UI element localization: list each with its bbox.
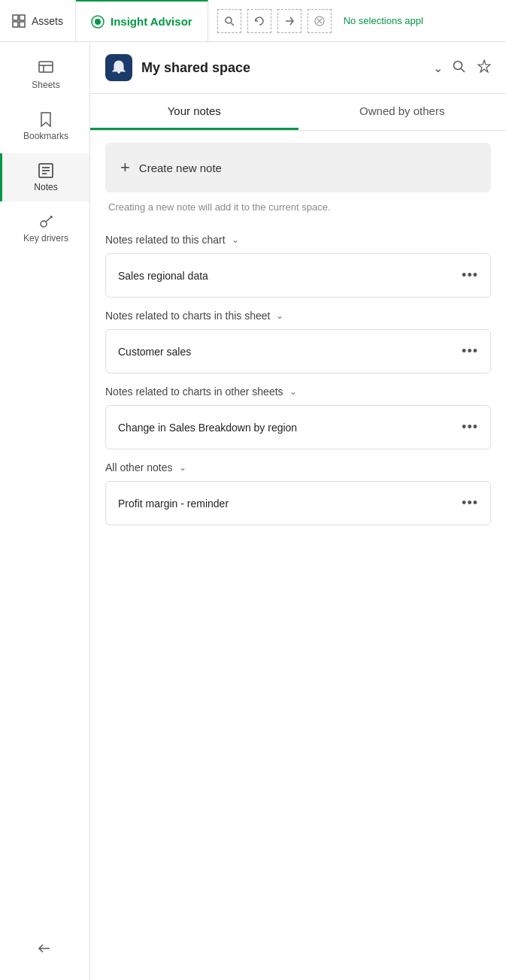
space-header: My shared space ⌄ <box>90 42 506 94</box>
sidebar: Sheets Bookmarks Notes <box>0 42 90 980</box>
tab-owned-by-others[interactable]: Owned by others <box>298 94 507 130</box>
notes-icon <box>38 162 54 179</box>
note-item-sales-breakdown[interactable]: Change in Sales Breakdown by region ••• <box>105 405 491 449</box>
note-menu-btn[interactable]: ••• <box>462 495 478 511</box>
section-header-related-sheet[interactable]: Notes related to charts in this sheet ⌄ <box>105 310 491 322</box>
sidebar-item-key-drivers[interactable]: Key drivers <box>0 204 89 253</box>
share-icon <box>284 16 295 26</box>
bookmarks-icon <box>38 111 54 128</box>
space-icon <box>105 54 132 81</box>
key-drivers-icon <box>38 213 54 230</box>
create-note-label: Create new note <box>139 162 222 174</box>
note-title: Sales regional data <box>118 270 208 282</box>
svg-rect-2 <box>13 22 18 27</box>
svg-rect-3 <box>20 22 25 27</box>
svg-line-7 <box>231 23 234 26</box>
space-name: My shared space <box>141 60 424 76</box>
clear-icon <box>314 16 325 26</box>
note-title: Profit margin - reminder <box>118 498 229 510</box>
refresh-action-btn[interactable] <box>247 9 271 33</box>
tab-your-notes[interactable]: Your notes <box>90 94 298 130</box>
svg-point-6 <box>226 17 232 23</box>
sheets-icon <box>38 60 54 77</box>
svg-rect-1 <box>20 15 25 20</box>
assets-tab[interactable]: Assets <box>0 0 76 41</box>
sidebar-collapse[interactable] <box>26 929 65 971</box>
sidebar-item-notes[interactable]: Notes <box>0 153 89 201</box>
assets-icon <box>12 14 26 28</box>
note-item-profit-margin[interactable]: Profit margin - reminder ••• <box>105 481 491 525</box>
notes-content: + Create new note Creating a new note wi… <box>90 131 506 980</box>
chevron-down-icon: ⌄ <box>179 462 186 473</box>
insight-advisor-tab[interactable]: Insight Advisor <box>76 0 208 41</box>
search-space-icon <box>452 59 465 73</box>
svg-rect-12 <box>39 62 53 72</box>
notes-tabs: Your notes Owned by others <box>90 94 506 131</box>
note-title: Change in Sales Breakdown by region <box>118 422 297 434</box>
create-note-button[interactable]: + Create new note <box>105 143 491 192</box>
insight-advisor-label: Insight Advisor <box>111 15 192 28</box>
insight-icon <box>91 15 105 29</box>
svg-point-19 <box>41 221 47 227</box>
notes-label: Notes <box>34 182 57 192</box>
svg-rect-0 <box>13 15 18 20</box>
sidebar-items: Sheets Bookmarks Notes <box>0 51 89 253</box>
refresh-icon <box>254 16 265 26</box>
space-actions <box>452 59 491 77</box>
note-menu-btn[interactable]: ••• <box>462 419 478 435</box>
svg-line-20 <box>46 216 52 222</box>
note-menu-btn[interactable]: ••• <box>462 343 478 359</box>
section-label-all-other: All other notes <box>105 461 173 473</box>
collapse-icon <box>38 941 53 956</box>
create-note-hint: Creating a new note will add it to the c… <box>105 195 491 219</box>
toolbar-actions: No selections appl <box>208 9 506 33</box>
section-label-related-chart: Notes related to this chart <box>105 234 226 246</box>
top-bar: Assets Insight Advisor <box>0 0 506 42</box>
main-layout: Sheets Bookmarks Notes <box>0 42 506 980</box>
chevron-down-icon: ⌄ <box>289 386 297 397</box>
no-selections-status: No selections appl <box>338 15 429 26</box>
search-action-btn[interactable] <box>217 9 241 33</box>
share-action-btn[interactable] <box>277 9 301 33</box>
svg-point-26 <box>454 61 462 69</box>
note-item-customer-sales[interactable]: Customer sales ••• <box>105 329 491 374</box>
sidebar-item-bookmarks[interactable]: Bookmarks <box>0 102 89 150</box>
section-header-related-chart[interactable]: Notes related to this chart ⌄ <box>105 234 491 246</box>
clear-action-btn[interactable] <box>308 9 332 33</box>
pin-icon <box>477 59 491 73</box>
pin-space-btn[interactable] <box>477 59 491 77</box>
search-space-btn[interactable] <box>452 59 465 77</box>
section-label-related-other-sheets: Notes related to charts in other sheets <box>105 386 283 398</box>
sheets-label: Sheets <box>32 80 59 90</box>
note-title: Customer sales <box>118 346 191 358</box>
note-item-sales-regional[interactable]: Sales regional data ••• <box>105 253 491 298</box>
space-dropdown-btn[interactable]: ⌄ <box>433 61 443 75</box>
svg-point-5 <box>95 19 101 25</box>
sidebar-item-sheets[interactable]: Sheets <box>0 51 89 99</box>
space-bell-icon <box>111 59 127 76</box>
svg-line-27 <box>462 68 465 72</box>
chevron-down-icon: ⌄ <box>232 234 239 245</box>
section-header-all-other[interactable]: All other notes ⌄ <box>105 461 491 473</box>
section-header-related-other-sheets[interactable]: Notes related to charts in other sheets … <box>105 386 491 398</box>
note-menu-btn[interactable]: ••• <box>462 268 478 283</box>
search-toolbar-icon <box>224 16 235 26</box>
content-area: My shared space ⌄ Your notes <box>90 42 506 980</box>
plus-icon: + <box>120 158 130 177</box>
bookmarks-label: Bookmarks <box>23 131 68 141</box>
chevron-down-icon: ⌄ <box>276 310 283 321</box>
key-drivers-label: Key drivers <box>23 233 68 243</box>
section-label-related-sheet: Notes related to charts in this sheet <box>105 310 270 322</box>
assets-label: Assets <box>32 15 63 27</box>
